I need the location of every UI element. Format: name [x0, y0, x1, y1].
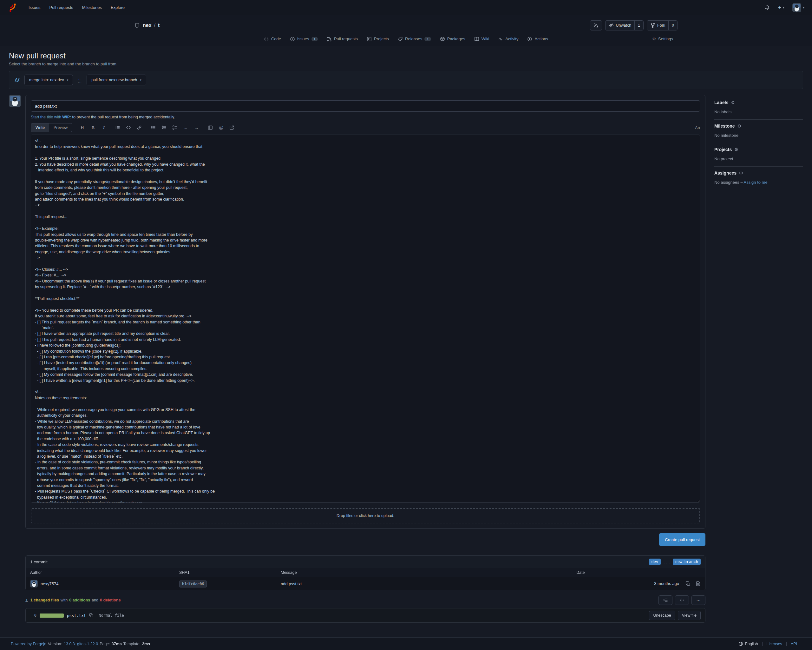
assignees-empty-text: No assignees –: [714, 180, 744, 185]
rss-button[interactable]: [590, 20, 602, 31]
unescape-button[interactable]: Unescape: [649, 611, 675, 620]
tab-label: Pull requests: [334, 37, 358, 41]
mention-button[interactable]: @: [217, 124, 225, 132]
user-menu[interactable]: ▾: [792, 3, 804, 12]
assignees-gear-icon[interactable]: ⚙: [739, 170, 743, 176]
unordered-list-button[interactable]: [149, 124, 157, 132]
heading-button[interactable]: H: [78, 124, 86, 132]
forgejo-logo[interactable]: [8, 3, 17, 12]
language-selector[interactable]: English: [734, 641, 762, 646]
split-view-button[interactable]: [675, 595, 689, 605]
create-pull-request-button[interactable]: Create pull request: [659, 533, 705, 546]
italic-button[interactable]: I: [99, 124, 108, 132]
quote-button[interactable]: [114, 124, 122, 132]
nav-pull-requests[interactable]: Pull requests: [45, 0, 78, 15]
file-tree-toggle-button[interactable]: [658, 595, 672, 605]
nav-explore[interactable]: Explore: [106, 0, 129, 15]
bold-button[interactable]: B: [89, 124, 97, 132]
pulse-icon: [498, 37, 503, 41]
stat-text: with: [61, 598, 67, 603]
additions-count: 0 additions: [69, 598, 90, 603]
powered-by-link[interactable]: Powered by Forgejo: [11, 642, 46, 646]
tab-actions[interactable]: Actions: [523, 32, 553, 46]
repo-name[interactable]: t: [158, 23, 160, 28]
changed-file-row: 0 psst.txt Normal file Unescape View fil…: [25, 608, 705, 623]
licenses-link[interactable]: Licenses: [767, 642, 782, 646]
file-change-count: 0: [30, 613, 37, 618]
tab-activity[interactable]: Activity: [493, 32, 523, 46]
commit-count: 1 commit: [30, 560, 47, 564]
commit-sha[interactable]: b1dfc0ae06: [179, 581, 207, 587]
copy-file-path-button[interactable]: [89, 613, 93, 618]
tab-label: Packages: [447, 37, 465, 41]
milestone-gear-icon[interactable]: ⚙: [737, 124, 742, 128]
caret-down-icon: ▾: [783, 6, 785, 9]
nav-issues[interactable]: Issues: [24, 0, 45, 15]
wip-hint-rest: to prevent the pull request from being m…: [71, 115, 175, 119]
file-dropzone[interactable]: Drop files or click here to upload.: [31, 508, 700, 523]
assignees-title: Assignees: [714, 170, 737, 176]
file-code-icon: [696, 581, 701, 586]
fork-count[interactable]: 0: [668, 21, 677, 30]
page-time-label: Page:: [99, 642, 110, 646]
tab-settings[interactable]: ⚙ Settings: [648, 32, 678, 46]
top-navbar: Issues Pull requests Milestones Explore …: [0, 0, 812, 15]
version-link[interactable]: 13.0.3+gitea-1.22.0: [64, 642, 98, 646]
wip-hint-link[interactable]: Start the title with: [31, 115, 62, 119]
pr-title-input[interactable]: [31, 100, 700, 112]
plus-icon: +: [778, 5, 781, 11]
pull-from-dropdown[interactable]: pull from: nex:new-branch ▾: [87, 75, 146, 86]
repo-icon: [134, 23, 140, 28]
browse-source-button[interactable]: [696, 581, 701, 586]
fork-button[interactable]: Fork 0: [647, 20, 678, 31]
tab-pull-requests[interactable]: Pull requests: [322, 32, 362, 46]
assign-to-me-link[interactable]: Assign to me: [744, 180, 768, 185]
nav-milestones[interactable]: Milestones: [78, 0, 106, 15]
tab-issues[interactable]: Issues 1: [285, 32, 322, 46]
api-link[interactable]: API: [791, 642, 797, 646]
font-size-button[interactable]: Aa: [695, 125, 700, 130]
tab-wiki[interactable]: Wiki: [470, 32, 494, 46]
current-user-avatar: [9, 95, 21, 107]
commit-author-name[interactable]: nexy7574: [41, 581, 58, 586]
diff-icon[interactable]: ±: [25, 598, 28, 603]
head-branch-badge[interactable]: new-branch: [673, 558, 701, 565]
watch-count[interactable]: 1: [634, 21, 643, 30]
file-name[interactable]: psst.txt: [67, 613, 86, 618]
pr-description-textarea[interactable]: <!-- In order to help reviewers know wha…: [31, 135, 700, 503]
base-branch-badge[interactable]: dev: [649, 558, 661, 565]
tab-projects[interactable]: Projects: [362, 32, 393, 46]
labels-gear-icon[interactable]: ⚙: [731, 100, 735, 105]
diff-options-button[interactable]: ⋯: [691, 595, 705, 605]
package-icon: [440, 37, 445, 41]
tab-packages[interactable]: Packages: [435, 32, 470, 46]
indent-button[interactable]: →: [192, 124, 200, 132]
create-new-button[interactable]: + ▾: [778, 5, 784, 11]
outdent-button[interactable]: ←: [182, 124, 190, 132]
wip-prefix[interactable]: WIP:: [62, 115, 71, 119]
copy-icon: [89, 613, 93, 618]
unwatch-button[interactable]: Unwatch 1: [605, 20, 644, 31]
preview-tab[interactable]: Preview: [49, 124, 72, 132]
link-button[interactable]: [135, 124, 143, 132]
merge-into-dropdown[interactable]: merge into: nex:dev ▾: [24, 75, 73, 86]
repo-owner[interactable]: nex: [143, 23, 152, 28]
tab-code[interactable]: Code: [259, 32, 285, 46]
tab-label: Settings: [658, 37, 673, 41]
projects-gear-icon[interactable]: ⚙: [734, 147, 739, 152]
code-button[interactable]: [124, 124, 133, 132]
tasklist-icon: [172, 125, 177, 130]
releases-count-badge: 1: [424, 37, 431, 41]
ordered-list-button[interactable]: [160, 124, 168, 132]
tab-releases[interactable]: Releases 1: [393, 32, 435, 46]
notifications-button[interactable]: [765, 5, 770, 10]
commit-message[interactable]: add psst.txt: [281, 581, 302, 586]
bell-icon: [765, 5, 770, 10]
view-file-button[interactable]: View file: [678, 611, 701, 620]
copy-sha-button[interactable]: [685, 581, 690, 586]
projects-title: Projects: [714, 147, 732, 152]
new-window-button[interactable]: [228, 124, 236, 132]
table-button[interactable]: [206, 124, 214, 132]
task-list-button[interactable]: [171, 124, 179, 132]
write-tab[interactable]: Write: [31, 124, 49, 132]
